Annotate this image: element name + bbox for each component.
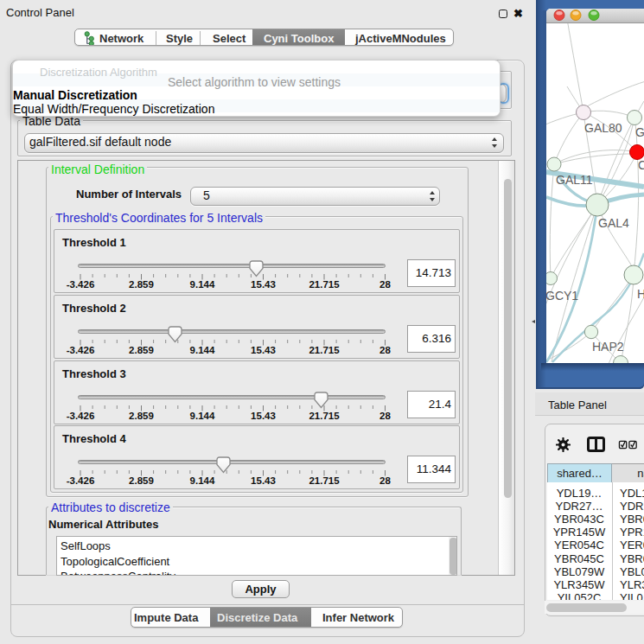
svg-text:28: 28 [379, 411, 391, 421]
svg-text:2.859: 2.859 [129, 475, 154, 486]
svg-text:21.715: 21.715 [309, 345, 340, 355]
svg-text:21.715: 21.715 [309, 411, 340, 421]
svg-text:28: 28 [379, 475, 391, 486]
svg-text:C: C [638, 158, 644, 172]
svg-text:2.859: 2.859 [129, 411, 154, 421]
svg-text:2.859: 2.859 [129, 345, 154, 355]
svg-text:GAL11: GAL11 [556, 173, 593, 187]
svg-text:28: 28 [379, 345, 391, 355]
svg-text:9.144: 9.144 [190, 279, 215, 290]
svg-text:15.43: 15.43 [251, 411, 276, 421]
svg-text:GAL80: GAL80 [584, 121, 622, 135]
svg-text:21.715: 21.715 [309, 279, 340, 290]
svg-text:GCY1: GCY1 [546, 289, 578, 303]
svg-text:9.144: 9.144 [190, 475, 215, 486]
svg-text:15.43: 15.43 [251, 279, 276, 290]
svg-text:HAP2: HAP2 [592, 340, 624, 354]
svg-text:GAL4: GAL4 [598, 216, 629, 230]
svg-text:-3.426: -3.426 [67, 411, 95, 421]
svg-text:15.43: 15.43 [251, 475, 276, 486]
svg-text:9.144: 9.144 [190, 345, 215, 355]
svg-text:-3.426: -3.426 [67, 345, 95, 355]
svg-text:GA: GA [635, 125, 644, 139]
svg-text:H: H [637, 287, 644, 301]
svg-text:-3.426: -3.426 [67, 279, 95, 290]
svg-text:15.43: 15.43 [251, 345, 276, 355]
svg-text:2.859: 2.859 [129, 279, 154, 290]
svg-text:28: 28 [379, 279, 391, 290]
svg-text:9.144: 9.144 [190, 411, 215, 421]
svg-text:-3.426: -3.426 [67, 475, 95, 486]
svg-text:21.715: 21.715 [309, 475, 340, 486]
